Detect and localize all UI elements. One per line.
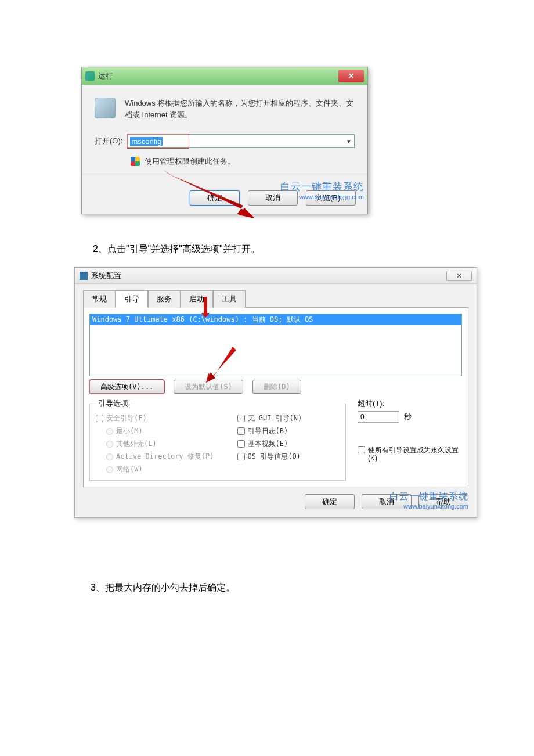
- bootlog-checkbox[interactable]: 引导日志(B): [237, 426, 302, 436]
- open-combobox[interactable]: msconfig ▼: [127, 134, 355, 148]
- run-title-icon: [85, 71, 95, 81]
- dropdown-icon[interactable]: ▼: [346, 138, 352, 145]
- bootlog-label: 引导日志(B): [248, 426, 288, 436]
- boot-options-legend: 引导选项: [96, 398, 131, 409]
- permanent-label: 使所有引导设置成为永久设置(K): [368, 446, 462, 463]
- tab-startup[interactable]: 启动: [181, 290, 213, 308]
- no-gui-checkbox[interactable]: 无 GUI 引导(N): [237, 413, 302, 423]
- safe-boot-checkbox[interactable]: 安全引导(F): [96, 413, 214, 423]
- safe-boot-label: 安全引导(F): [106, 413, 147, 423]
- advanced-options-button[interactable]: 高级选项(V)...: [89, 380, 164, 394]
- run-titlebar: 运行 ✕: [82, 67, 367, 85]
- osinfo-checkbox[interactable]: OS 引导信息(O): [237, 452, 302, 462]
- min-label: 最小(M): [116, 426, 143, 436]
- instruction-step-3: 3、把最大内存的小勾去掉后确定。: [91, 582, 534, 594]
- instruction-step-2: 2、点击"引导"并选择"高级选项"并打开。: [93, 243, 534, 255]
- permanent-checkbox[interactable]: 使所有引导设置成为永久设置(K): [358, 446, 462, 463]
- run-dialog: 运行 ✕ Windows 将根据您所输入的名称，为您打开相应的程序、文件夹、文档…: [81, 67, 368, 214]
- shield-icon: [131, 157, 140, 166]
- os-list[interactable]: Windows 7 Ultimate x86 (C:\windows) : 当前…: [89, 314, 462, 376]
- system-config-dialog: 系统配置 ✕ 常规 引导 服务 启动 工具 Windows 7 Ultimate…: [74, 267, 477, 518]
- ad-repair-label: Active Directory 修复(P): [116, 452, 214, 462]
- close-button[interactable]: ✕: [446, 271, 472, 281]
- tab-services[interactable]: 服务: [148, 290, 181, 308]
- ad-repair-radio[interactable]: Active Directory 修复(P): [106, 452, 214, 462]
- ok-button[interactable]: 确定: [190, 190, 240, 206]
- delete-button[interactable]: 删除(D): [252, 380, 301, 394]
- sysconfig-title: 系统配置: [91, 271, 121, 281]
- open-input-value: msconfig: [130, 137, 163, 146]
- watermark: 白云一键重装系统 www.baiyunxitong.com: [280, 180, 364, 200]
- sysconfig-icon: [80, 272, 88, 280]
- timeout-unit: 秒: [404, 412, 412, 422]
- watermark-sub: www.baiyunxitong.com: [280, 193, 364, 200]
- tab-content-boot: Windows 7 Ultimate x86 (C:\windows) : 当前…: [83, 308, 468, 487]
- osinfo-label: OS 引导信息(O): [248, 452, 301, 462]
- watermark: 白云一键重装系统 www.baiyunxitong.com: [389, 491, 468, 510]
- timeout-label: 超时(T):: [358, 398, 462, 409]
- shell-radio[interactable]: 其他外壳(L): [106, 439, 214, 449]
- network-label: 网络(W): [116, 465, 143, 474]
- tab-strip: 常规 引导 服务 启动 工具: [83, 290, 468, 308]
- no-gui-label: 无 GUI 引导(N): [248, 413, 302, 423]
- admin-note: 使用管理权限创建此任务。: [145, 156, 235, 167]
- os-entry[interactable]: Windows 7 Ultimate x86 (C:\windows) : 当前…: [90, 314, 461, 325]
- tab-general[interactable]: 常规: [83, 290, 116, 308]
- set-default-button[interactable]: 设为默认值(S): [174, 380, 243, 394]
- watermark-sub: www.baiyunxitong.com: [389, 503, 468, 510]
- watermark-main: 白云一键重装系统: [389, 491, 468, 503]
- boot-options-fieldset: 引导选项 安全引导(F) 最小(M) 其他外壳(L) Active Direct…: [89, 398, 346, 481]
- ok-button[interactable]: 确定: [305, 494, 355, 509]
- tab-boot[interactable]: 引导: [116, 290, 148, 308]
- close-button[interactable]: ✕: [338, 70, 364, 82]
- run-icon: [95, 98, 116, 118]
- run-title: 运行: [98, 71, 113, 81]
- shell-label: 其他外壳(L): [116, 439, 157, 449]
- open-label: 打开(O):: [95, 136, 122, 146]
- basevideo-label: 基本视频(E): [248, 439, 288, 449]
- run-description: Windows 将根据您所输入的名称，为您打开相应的程序、文件夹、文档或 Int…: [125, 98, 355, 120]
- tab-tools[interactable]: 工具: [213, 290, 246, 308]
- min-radio[interactable]: 最小(M): [106, 426, 214, 436]
- basevideo-checkbox[interactable]: 基本视频(E): [237, 439, 302, 449]
- watermark-main: 白云一键重装系统: [280, 180, 364, 193]
- network-radio[interactable]: 网络(W): [106, 465, 214, 474]
- timeout-input[interactable]: [358, 411, 399, 423]
- sysconfig-titlebar: 系统配置 ✕: [75, 268, 477, 284]
